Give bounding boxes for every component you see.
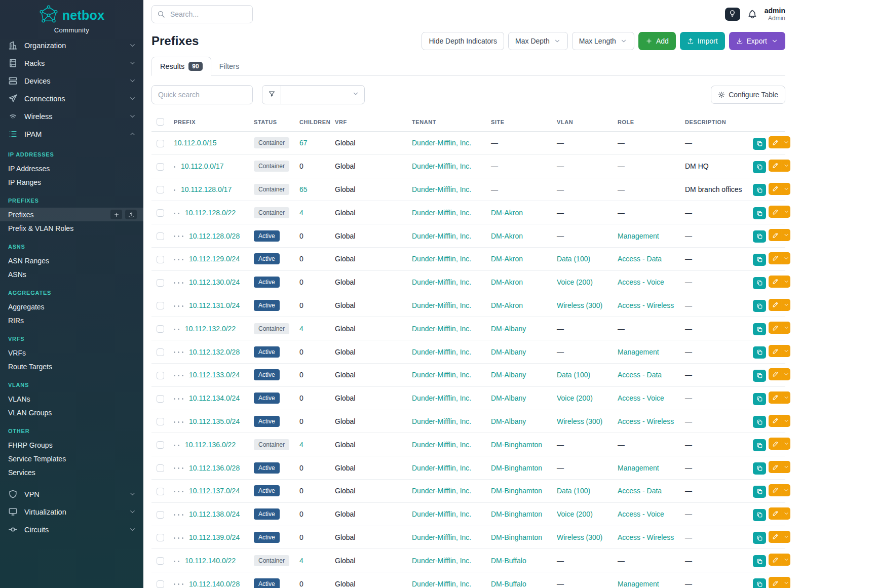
column-header-vlan[interactable]: VLAN xyxy=(552,112,613,132)
edit-button[interactable] xyxy=(769,160,782,172)
prefix-link[interactable]: 10.112.133.0/24 xyxy=(189,371,240,379)
sidebar-item-fhrp-groups[interactable]: FHRP Groups xyxy=(0,438,143,452)
row-checkbox[interactable] xyxy=(157,348,164,356)
prefix-link[interactable]: 10.112.138.0/24 xyxy=(189,510,240,518)
quick-add-button[interactable] xyxy=(110,210,122,219)
site-link[interactable]: DM-Binghamton xyxy=(491,441,542,449)
row-checkbox[interactable] xyxy=(157,163,164,171)
tenant-link[interactable]: Dunder-Mifflin, Inc. xyxy=(412,348,471,356)
row-checkbox[interactable] xyxy=(157,464,164,472)
sidebar-item-connections[interactable]: Connections xyxy=(0,90,143,107)
sidebar-item-vlan-groups[interactable]: VLAN Groups xyxy=(0,406,143,419)
copy-button[interactable] xyxy=(753,161,766,173)
prefix-link[interactable]: 10.112.140.0/28 xyxy=(189,580,240,588)
theme-toggle-button[interactable] xyxy=(725,8,740,21)
copy-button[interactable] xyxy=(753,230,766,243)
quick-import-button[interactable] xyxy=(125,210,137,219)
row-checkbox[interactable] xyxy=(157,232,164,240)
copy-button[interactable] xyxy=(753,486,766,498)
tenant-link[interactable]: Dunder-Mifflin, Inc. xyxy=(412,510,471,518)
row-actions-dropdown[interactable] xyxy=(782,252,790,264)
tenant-link[interactable]: Dunder-Mifflin, Inc. xyxy=(412,394,471,402)
row-checkbox[interactable] xyxy=(157,534,164,541)
row-actions-dropdown[interactable] xyxy=(782,531,790,543)
edit-button[interactable] xyxy=(769,484,782,496)
copy-button[interactable] xyxy=(753,462,766,475)
max-length-dropdown[interactable]: Max Length xyxy=(572,32,634,50)
site-link[interactable]: DM-Akron xyxy=(491,278,523,286)
sidebar-item-services[interactable]: Services xyxy=(0,465,143,479)
copy-button[interactable] xyxy=(753,346,766,359)
vlan-link[interactable]: Data (100) xyxy=(557,255,590,263)
sidebar-item-asns[interactable]: ASNs xyxy=(0,267,143,281)
row-actions-dropdown[interactable] xyxy=(782,391,790,404)
row-checkbox[interactable] xyxy=(157,395,164,403)
edit-button[interactable] xyxy=(769,299,782,311)
column-header-description[interactable]: DESCRIPTION xyxy=(680,112,748,132)
prefix-link[interactable]: 10.112.137.0/24 xyxy=(189,487,240,495)
tenant-link[interactable]: Dunder-Mifflin, Inc. xyxy=(412,371,471,379)
role-link[interactable]: Access - Data xyxy=(618,487,662,495)
column-header-prefix[interactable]: PREFIX xyxy=(169,112,249,132)
site-link[interactable]: DM-Binghamton xyxy=(491,510,542,518)
row-actions-dropdown[interactable] xyxy=(782,299,790,311)
prefix-link[interactable]: 10.112.132.0/22 xyxy=(185,325,236,333)
copy-button[interactable] xyxy=(753,555,766,567)
row-actions-dropdown[interactable] xyxy=(782,438,790,450)
sidebar-item-ip-ranges[interactable]: IP Ranges xyxy=(0,175,143,189)
site-link[interactable]: DM-Akron xyxy=(491,255,523,263)
role-link[interactable]: Access - Voice xyxy=(618,510,664,518)
site-link[interactable]: DM-Binghamton xyxy=(491,533,542,541)
site-link[interactable]: DM-Albany xyxy=(491,325,526,333)
edit-button[interactable] xyxy=(769,577,782,588)
edit-button[interactable] xyxy=(769,345,782,357)
column-header-role[interactable]: ROLE xyxy=(613,112,680,132)
sidebar-item-prefixes[interactable]: Prefixes xyxy=(0,208,143,221)
edit-button[interactable] xyxy=(769,554,782,566)
copy-button[interactable] xyxy=(753,254,766,266)
copy-button[interactable] xyxy=(753,393,766,405)
edit-button[interactable] xyxy=(769,229,782,241)
copy-button[interactable] xyxy=(753,532,766,544)
prefix-link[interactable]: 10.112.128.0/22 xyxy=(185,209,236,217)
copy-button[interactable] xyxy=(753,277,766,289)
site-link[interactable]: DM-Albany xyxy=(491,417,526,425)
edit-button[interactable] xyxy=(769,183,782,195)
tenant-link[interactable]: Dunder-Mifflin, Inc. xyxy=(412,278,471,286)
role-link[interactable]: Access - Wireless xyxy=(618,301,674,309)
row-checkbox[interactable] xyxy=(157,488,164,495)
row-actions-dropdown[interactable] xyxy=(782,206,790,218)
edit-button[interactable] xyxy=(769,415,782,427)
vlan-link[interactable]: Voice (200) xyxy=(557,278,593,286)
site-link[interactable]: DM-Akron xyxy=(491,232,523,240)
tenant-link[interactable]: Dunder-Mifflin, Inc. xyxy=(412,487,471,495)
sidebar-item-asn-ranges[interactable]: ASN Ranges xyxy=(0,254,143,267)
prefix-link[interactable]: 10.112.131.0/24 xyxy=(189,301,240,309)
children-count-link[interactable]: 67 xyxy=(299,139,308,147)
vlan-link[interactable]: Voice (200) xyxy=(557,394,593,402)
role-link[interactable]: Access - Data xyxy=(618,371,662,379)
row-checkbox[interactable] xyxy=(157,209,164,217)
brand[interactable]: netbox Community xyxy=(0,0,143,36)
edit-button[interactable] xyxy=(769,461,782,473)
sidebar-item-prefix-vlan-roles[interactable]: Prefix & VLAN Roles xyxy=(0,221,143,235)
edit-button[interactable] xyxy=(769,322,782,334)
prefix-link[interactable]: 10.112.0.0/17 xyxy=(181,162,224,170)
row-actions-dropdown[interactable] xyxy=(782,554,790,566)
row-actions-dropdown[interactable] xyxy=(782,276,790,288)
role-link[interactable]: Access - Voice xyxy=(618,394,664,402)
global-search-input[interactable] xyxy=(151,5,253,23)
sidebar-item-wireless[interactable]: Wireless xyxy=(0,107,143,125)
prefix-link[interactable]: 10.112.140.0/22 xyxy=(185,557,236,565)
row-checkbox[interactable] xyxy=(157,418,164,425)
tenant-link[interactable]: Dunder-Mifflin, Inc. xyxy=(412,139,471,147)
import-button[interactable]: Import xyxy=(680,32,725,50)
user-menu[interactable]: admin Admin xyxy=(765,7,785,22)
row-actions-dropdown[interactable] xyxy=(782,322,790,334)
edit-button[interactable] xyxy=(769,507,782,520)
prefix-link[interactable]: 10.112.136.0/28 xyxy=(189,464,240,472)
sidebar-item-virtualization[interactable]: Virtualization xyxy=(0,503,143,521)
row-actions-dropdown[interactable] xyxy=(782,484,790,496)
edit-button[interactable] xyxy=(769,252,782,264)
column-header-site[interactable]: SITE xyxy=(486,112,552,132)
